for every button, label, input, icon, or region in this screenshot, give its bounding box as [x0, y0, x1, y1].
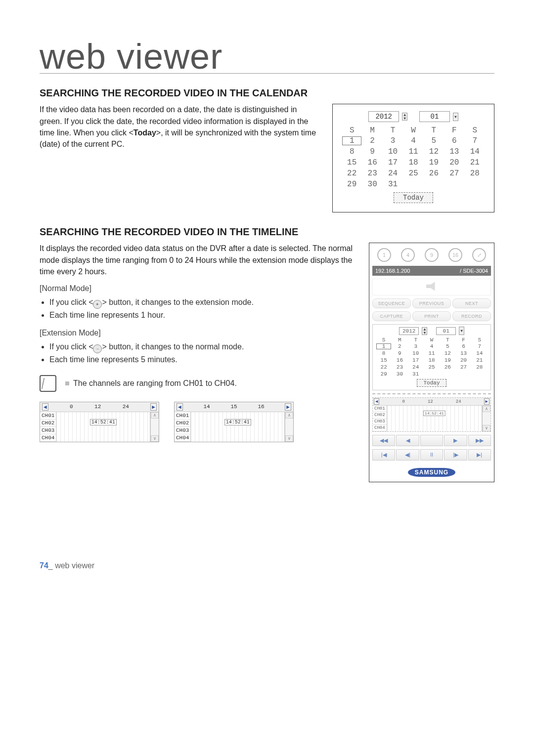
- mini-month-field[interactable]: 01: [436, 327, 456, 335]
- mini-calendar-grid[interactable]: SMTWTFS123456789101112131415161718192021…: [376, 337, 488, 378]
- calendar-day[interactable]: 30: [392, 371, 407, 378]
- calendar-day[interactable]: 25: [424, 364, 440, 371]
- speaker-icon[interactable]: [426, 282, 437, 291]
- calendar-day[interactable]: 22: [376, 364, 392, 371]
- calendar-day[interactable]: 25: [403, 168, 423, 178]
- print-button[interactable]: PRINT: [412, 311, 451, 321]
- mini-year-spinner[interactable]: ▲▼: [422, 327, 427, 335]
- calendar-day[interactable]: 21: [472, 357, 488, 364]
- calendar-day[interactable]: 13: [455, 350, 471, 357]
- calendar-day[interactable]: 31: [383, 179, 403, 189]
- calendar-day[interactable]: 26: [440, 364, 455, 371]
- calendar-day[interactable]: 13: [444, 147, 464, 157]
- timeline-scrollbar[interactable]: ∧∨: [150, 412, 159, 442]
- calendar-day[interactable]: 29: [376, 371, 392, 378]
- calendar-day[interactable]: 14: [465, 147, 485, 157]
- calendar-day[interactable]: 18: [403, 158, 423, 168]
- calendar-day[interactable]: 5: [424, 136, 444, 146]
- calendar-day[interactable]: 23: [362, 168, 382, 178]
- calendar-day[interactable]: 12: [424, 147, 444, 157]
- mini-month-dropdown-icon[interactable]: ▼: [459, 327, 464, 335]
- previous-button[interactable]: PREVIOUS: [412, 298, 451, 308]
- calendar-day[interactable]: 26: [424, 168, 444, 178]
- calendar-day[interactable]: 7: [465, 136, 485, 146]
- calendar-day[interactable]: 15: [342, 158, 362, 168]
- timeline-next-button[interactable]: ▶: [484, 398, 490, 405]
- timeline-next-button[interactable]: ▶: [285, 403, 291, 411]
- timeline-next-button[interactable]: ▶: [150, 403, 157, 411]
- calendar-day[interactable]: 30: [362, 179, 382, 189]
- calendar-day[interactable]: 24: [408, 364, 424, 371]
- layout-button[interactable]: 9: [425, 248, 439, 262]
- calendar-day[interactable]: 23: [392, 364, 407, 371]
- record-button[interactable]: RECORD: [452, 311, 491, 321]
- timeline-graph[interactable]: 14:52:41: [56, 412, 150, 442]
- calendar-day[interactable]: 16: [362, 158, 382, 168]
- calendar-day[interactable]: 16: [392, 357, 407, 364]
- next-button[interactable]: NEXT: [452, 298, 491, 308]
- capture-button[interactable]: CAPTURE: [372, 311, 411, 321]
- today-button[interactable]: Today: [394, 192, 433, 203]
- transport-button[interactable]: ▶▶: [468, 435, 491, 446]
- timeline-scrollbar[interactable]: ∧∨: [285, 412, 293, 442]
- transport-button[interactable]: ▶: [444, 435, 467, 446]
- calendar-day[interactable]: 29: [342, 179, 362, 189]
- mini-year-field[interactable]: 2012: [399, 327, 419, 335]
- calendar-day[interactable]: 4: [424, 343, 440, 350]
- calendar-day[interactable]: 7: [472, 343, 488, 350]
- calendar-day[interactable]: 17: [383, 158, 403, 168]
- month-dropdown-icon[interactable]: ▼: [453, 113, 458, 121]
- calendar-day[interactable]: 19: [440, 357, 455, 364]
- calendar-day[interactable]: 28: [465, 168, 485, 178]
- transport-button[interactable]: [420, 435, 443, 446]
- calendar-day[interactable]: 31: [408, 371, 424, 378]
- year-field[interactable]: 2012: [368, 111, 399, 122]
- calendar-day[interactable]: 9: [392, 350, 407, 357]
- layout-button[interactable]: ⤢: [472, 248, 486, 262]
- mini-today-button[interactable]: Today: [417, 379, 446, 387]
- calendar-day[interactable]: 18: [424, 357, 440, 364]
- calendar-day[interactable]: 9: [362, 147, 382, 157]
- calendar-day[interactable]: 24: [383, 168, 403, 178]
- transport-button[interactable]: II: [420, 449, 443, 461]
- timeline-graph[interactable]: 14:52:41: [387, 406, 482, 431]
- calendar-day[interactable]: 27: [444, 168, 464, 178]
- calendar-day[interactable]: 8: [342, 147, 362, 157]
- transport-button[interactable]: ▶|: [468, 449, 491, 461]
- timeline-prev-button[interactable]: ◀: [42, 403, 48, 411]
- transport-button[interactable]: |▶: [444, 449, 467, 461]
- calendar-day[interactable]: 22: [342, 168, 362, 178]
- calendar-day[interactable]: 5: [440, 343, 455, 350]
- transport-button[interactable]: ◀|: [396, 449, 419, 461]
- calendar-day[interactable]: 1: [376, 343, 392, 350]
- timeline-prev-button[interactable]: ◀: [374, 398, 379, 405]
- calendar-day[interactable]: 15: [376, 357, 392, 364]
- calendar-day[interactable]: 17: [408, 357, 424, 364]
- calendar-day[interactable]: 6: [444, 136, 464, 146]
- calendar-day[interactable]: 6: [455, 343, 471, 350]
- calendar-day[interactable]: 28: [472, 364, 488, 371]
- calendar-day[interactable]: 14: [472, 350, 488, 357]
- calendar-day[interactable]: 20: [455, 357, 471, 364]
- transport-button[interactable]: ◀: [396, 435, 419, 446]
- calendar-day[interactable]: 10: [383, 147, 403, 157]
- transport-button[interactable]: |◀: [372, 449, 395, 461]
- calendar-day[interactable]: 8: [376, 350, 392, 357]
- layout-button[interactable]: 16: [448, 248, 462, 262]
- year-spinner[interactable]: ▲▼: [402, 113, 407, 121]
- calendar-day[interactable]: 20: [444, 158, 464, 168]
- timeline-scrollbar[interactable]: ∧∨: [482, 406, 490, 431]
- timeline-graph[interactable]: 14:52:41: [191, 412, 285, 442]
- calendar-day[interactable]: 27: [455, 364, 471, 371]
- calendar-day[interactable]: 12: [440, 350, 455, 357]
- calendar-day[interactable]: 2: [392, 343, 407, 350]
- calendar-day[interactable]: 11: [403, 147, 423, 157]
- calendar-day[interactable]: 11: [424, 350, 440, 357]
- layout-button[interactable]: 1: [377, 248, 391, 262]
- calendar-day[interactable]: 3: [408, 343, 424, 350]
- transport-button[interactable]: ◀◀: [372, 435, 395, 446]
- month-field[interactable]: 01: [419, 111, 450, 122]
- calendar-day[interactable]: 3: [383, 136, 403, 146]
- timeline-prev-button[interactable]: ◀: [177, 403, 183, 411]
- layout-button[interactable]: 4: [401, 248, 415, 262]
